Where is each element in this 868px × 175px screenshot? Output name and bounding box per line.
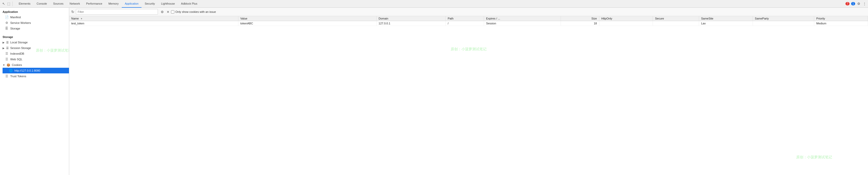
sidebar-item-storage[interactable]: 🗄 Storage (0, 26, 69, 31)
td-name: test_token (69, 21, 238, 26)
inspect-icon[interactable]: ⬚ (7, 2, 11, 6)
service-workers-label: Service Workers (10, 21, 31, 24)
filter-bar: ↻ ⚙ ✕ Only show cookies with an issue (69, 8, 868, 16)
content-area: ↻ ⚙ ✕ Only show cookies with an issue Na… (69, 8, 868, 175)
th-expires-label: Expires / ... (486, 17, 500, 20)
tab-performance[interactable]: Performance (83, 0, 105, 8)
settings-icon[interactable]: ⚙ (857, 2, 861, 6)
session-storage-label: Session Storage (10, 47, 31, 50)
th-priority-label: Priority (816, 17, 825, 20)
sidebar: Application 📄 Manifest ⚙ Service Workers… (0, 8, 69, 175)
service-workers-icon: ⚙ (5, 21, 9, 25)
filter-input[interactable] (76, 9, 158, 14)
tab-lighthouse[interactable]: Lighthouse (158, 0, 178, 8)
filter-clear-button[interactable]: ✕ (167, 10, 169, 14)
th-sameparty[interactable]: SameParty (753, 16, 814, 21)
td-size: 18 (561, 21, 599, 26)
td-expires: Session (484, 21, 561, 26)
sidebar-item-manifest[interactable]: 📄 Manifest (0, 14, 69, 20)
th-httponly[interactable]: HttpOnly (599, 16, 653, 21)
sidebar-item-local-storage[interactable]: ▶ ☰ Local Storage (0, 39, 69, 45)
local-storage-icon: ☰ (6, 41, 9, 44)
th-secure-label: Secure (655, 17, 664, 20)
sidebar-item-session-storage[interactable]: ▶ ☰ Session Storage (0, 45, 69, 51)
th-domain[interactable]: Domain (376, 16, 445, 21)
storage-icon: 🗄 (5, 27, 9, 30)
th-path-label: Path (447, 17, 454, 20)
cookies-icon: 🍪 (7, 63, 10, 67)
sidebar-item-trust-tokens[interactable]: ☰ Trust Tokens (0, 74, 69, 79)
main-layout: Application 📄 Manifest ⚙ Service Workers… (0, 8, 868, 175)
tab-network[interactable]: Network (67, 0, 83, 8)
chevron-session-storage: ▶ (3, 47, 5, 50)
cookies-label: Cookies (12, 63, 22, 66)
th-secure[interactable]: Secure (653, 16, 699, 21)
manifest-label: Manifest (10, 16, 21, 19)
session-storage-icon: ☰ (6, 47, 9, 50)
cookie-url-label: http://127.0.0.1:8080 (14, 69, 40, 72)
tab-console[interactable]: Console (34, 0, 50, 8)
filter-checkbox-label[interactable]: Only show cookies with an issue (171, 10, 216, 13)
th-value-label: Value (241, 17, 247, 20)
tab-adblock[interactable]: Adblock Plus (178, 0, 200, 8)
more-icon[interactable]: ⋮ (862, 2, 866, 6)
td-priority: Medium (814, 21, 868, 26)
storage-heading: Storage (0, 34, 69, 39)
filter-checkbox-text: Only show cookies with an issue (175, 10, 216, 13)
application-section: Application 📄 Manifest ⚙ Service Workers… (0, 8, 69, 33)
tab-application[interactable]: Application (122, 0, 142, 8)
th-name-label: Name (71, 17, 79, 20)
local-storage-label: Local Storage (10, 41, 28, 44)
tab-memory[interactable]: Memory (105, 0, 122, 8)
th-value[interactable]: Value (238, 16, 376, 21)
filter-checkbox[interactable] (171, 10, 174, 13)
td-secure (653, 21, 699, 26)
trust-tokens-label: Trust Tokens (10, 75, 26, 78)
sidebar-item-cookie-url[interactable]: 🌐 http://127.0.0.1:8080 (3, 68, 69, 74)
filter-edit-button[interactable]: ⚙ (159, 9, 165, 14)
error-badge: 7 (845, 2, 849, 5)
th-samesite-label: SameSite (701, 17, 713, 20)
table-watermark-right: 原创：小菠萝测试笔记 (796, 155, 832, 159)
sidebar-item-cookies[interactable]: ▼ 🍪 Cookies (0, 62, 69, 68)
tab-security[interactable]: Security (142, 0, 158, 8)
td-path: / (445, 21, 484, 26)
th-priority[interactable]: Priority (814, 16, 868, 21)
th-size[interactable]: Size (561, 16, 599, 21)
refresh-button[interactable]: ↻ (71, 10, 74, 14)
tab-sources[interactable]: Sources (50, 0, 66, 8)
sidebar-item-indexeddb[interactable]: ☰ IndexedDB (0, 51, 69, 56)
table-body: test_token tokenABC 127.0.0.1 / Session … (69, 21, 868, 26)
th-name[interactable]: Name ▼ (69, 16, 238, 21)
td-value: tokenABC (238, 21, 376, 26)
cookies-table-wrap: Name ▼ Value Domain Path E (69, 16, 868, 175)
chevron-local-storage: ▶ (3, 41, 5, 44)
cookie-url-icon: 🌐 (9, 69, 13, 72)
table-row[interactable]: test_token tokenABC 127.0.0.1 / Session … (69, 21, 868, 26)
th-sameparty-label: SameParty (755, 17, 769, 20)
sort-arrow-name: ▼ (80, 18, 83, 20)
table-watermark-center: 原创：小菠萝测试笔记 (451, 47, 487, 52)
table-header-row: Name ▼ Value Domain Path E (69, 16, 868, 21)
message-badge: 1 (851, 2, 855, 5)
sidebar-item-websql[interactable]: ☰ Web SQL (0, 56, 69, 62)
cookies-table: Name ▼ Value Domain Path E (69, 16, 868, 26)
websql-icon: ☰ (5, 57, 9, 61)
filter-input-wrap (76, 9, 158, 14)
indexeddb-icon: ☰ (5, 52, 9, 55)
tab-elements[interactable]: Elements (16, 0, 34, 8)
tab-bar: Elements Console Sources Network Perform… (16, 0, 845, 8)
th-samesite[interactable]: SameSite (699, 16, 753, 21)
th-path[interactable]: Path (445, 16, 484, 21)
top-bar: ↖ ⬚ Elements Console Sources Network Per… (0, 0, 868, 8)
storage-label: Storage (10, 27, 20, 30)
th-expires[interactable]: Expires / ... (484, 16, 561, 21)
sidebar-item-service-workers[interactable]: ⚙ Service Workers (0, 20, 69, 26)
pointer-icon[interactable]: ↖ (2, 2, 6, 6)
manifest-icon: 📄 (5, 16, 9, 19)
th-size-label: Size (591, 17, 597, 20)
websql-label: Web SQL (10, 58, 23, 61)
application-heading: Application (0, 9, 69, 14)
trust-tokens-icon: ☰ (5, 75, 9, 78)
td-samesite: Lax (699, 21, 753, 26)
